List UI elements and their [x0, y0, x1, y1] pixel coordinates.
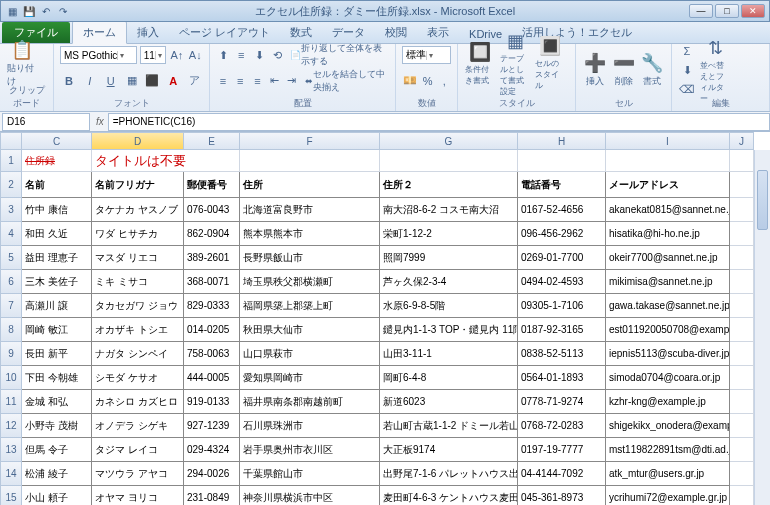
font-color-icon[interactable]: A — [164, 72, 182, 90]
cell[interactable]: 0778-71-9274 — [518, 390, 606, 414]
cell[interactable]: ycrihumi72@example.gr.jp — [606, 486, 730, 505]
cell[interactable]: 04-4144-7092 — [518, 462, 606, 486]
cell[interactable]: 麦田町4-6-3 ケントハウス麦田町5F — [380, 486, 518, 505]
cell[interactable]: 大正板9174 — [380, 438, 518, 462]
cell[interactable]: シモダ ケサオ — [92, 366, 184, 390]
worksheet-grid[interactable]: CDEFGHIJ 1住所録タイトルは不要2名前名前フリガナ郵便番号住所住所２電話… — [0, 132, 770, 505]
cell[interactable] — [730, 462, 754, 486]
cell[interactable]: 029-4324 — [184, 438, 240, 462]
indent-inc-icon[interactable]: ⇥ — [285, 72, 299, 90]
cell[interactable]: 千葉県館山市 — [240, 462, 380, 486]
border-icon[interactable]: ▦ — [123, 72, 141, 90]
cell[interactable]: タケナカ ヤスノブ — [92, 198, 184, 222]
cell[interactable]: 益田 理恵子 — [22, 246, 92, 270]
cell[interactable]: 若山町古蔵1-1-2 ドミール若山町古蔵 215号室 — [380, 414, 518, 438]
row-header[interactable]: 5 — [0, 246, 22, 270]
cell[interactable]: simoda0704@coara.or.jp — [606, 366, 730, 390]
cell[interactable] — [730, 294, 754, 318]
row-header[interactable]: 11 — [0, 390, 22, 414]
row-header[interactable]: 12 — [0, 414, 22, 438]
cell[interactable]: オヤマ ヨリコ — [92, 486, 184, 505]
insert-cells-button[interactable]: ➕挿入 — [582, 53, 608, 87]
cell[interactable]: カネシロ カズヒロ — [92, 390, 184, 414]
row-header[interactable]: 3 — [0, 198, 22, 222]
cell[interactable] — [730, 486, 754, 505]
cell[interactable]: メールアドレス — [606, 172, 730, 198]
font-size-box[interactable]: 11▾ — [140, 46, 166, 64]
cell[interactable] — [730, 318, 754, 342]
cell-styles-button[interactable]: 🔳セルのスタイル — [534, 46, 566, 80]
cell[interactable]: マツウラ アヤコ — [92, 462, 184, 486]
cell[interactable]: 444-0005 — [184, 366, 240, 390]
cell[interactable]: 0564-01-1893 — [518, 366, 606, 390]
format-table-button[interactable]: ▦テーブルとして書式設定 — [499, 46, 531, 80]
cell[interactable] — [730, 342, 754, 366]
cell[interactable] — [380, 150, 518, 172]
cell[interactable]: 名前フリガナ — [92, 172, 184, 198]
vertical-scrollbar[interactable] — [754, 150, 770, 505]
column-header[interactable]: D — [92, 132, 184, 150]
cell[interactable]: 住所 — [240, 172, 380, 198]
cell[interactable]: 住所２ — [380, 172, 518, 198]
bold-icon[interactable]: B — [60, 72, 78, 90]
cell[interactable]: 0494-02-4593 — [518, 270, 606, 294]
cell[interactable]: 住所録 — [22, 150, 92, 172]
underline-icon[interactable]: U — [102, 72, 120, 90]
cell[interactable]: 09305-1-7106 — [518, 294, 606, 318]
cell[interactable] — [730, 150, 754, 172]
column-header[interactable]: C — [22, 132, 92, 150]
cell[interactable]: 0167-52-4656 — [518, 198, 606, 222]
cell[interactable]: 北海道富良野市 — [240, 198, 380, 222]
cell[interactable]: 竹中 康信 — [22, 198, 92, 222]
align-right-icon[interactable]: ≡ — [250, 72, 264, 90]
cell[interactable]: iepnis5113@scuba-diver.jp — [606, 342, 730, 366]
select-all-corner[interactable] — [0, 132, 22, 150]
cell[interactable]: 福岡県築上郡築上町 — [240, 294, 380, 318]
cell[interactable]: mikimisa@sannet.ne.jp — [606, 270, 730, 294]
cell[interactable]: atk_mtur@users.gr.jp — [606, 462, 730, 486]
cell[interactable]: 但馬 令子 — [22, 438, 92, 462]
fx-icon[interactable]: fx — [92, 116, 108, 127]
cell[interactable]: ナガタ シンペイ — [92, 342, 184, 366]
cell[interactable]: 照岡7999 — [380, 246, 518, 270]
cell[interactable]: 埼玉県秩父郡横瀬町 — [240, 270, 380, 294]
paste-button[interactable]: 📋貼り付け — [6, 46, 38, 80]
cell[interactable]: 和田 久近 — [22, 222, 92, 246]
orientation-icon[interactable]: ⟲ — [270, 46, 285, 64]
number-format-box[interactable]: 標準▾ — [402, 46, 451, 64]
align-left-icon[interactable]: ≡ — [216, 72, 230, 90]
cell[interactable]: 231-0849 — [184, 486, 240, 505]
cell[interactable]: 389-2601 — [184, 246, 240, 270]
cell[interactable] — [730, 222, 754, 246]
save-icon[interactable]: 💾 — [22, 4, 36, 18]
format-cells-button[interactable]: 🔧書式 — [639, 53, 665, 87]
cell[interactable]: 水原6-9-8-5階 — [380, 294, 518, 318]
cell[interactable]: ワダ ヒサチカ — [92, 222, 184, 246]
cell[interactable]: 919-0133 — [184, 390, 240, 414]
conditional-format-button[interactable]: 🔲条件付き書式 — [464, 46, 496, 80]
cell[interactable]: gawa.takase@sannet.ne.jp — [606, 294, 730, 318]
autosum-icon[interactable]: Σ — [678, 42, 696, 60]
cell[interactable]: 小野寺 茂樹 — [22, 414, 92, 438]
cell[interactable]: 三木 美佐子 — [22, 270, 92, 294]
cell[interactable] — [730, 366, 754, 390]
cell[interactable]: 山口県萩市 — [240, 342, 380, 366]
formula-input[interactable]: =PHONETIC(C16) — [108, 113, 770, 131]
cell[interactable]: タイトルは不要 — [92, 150, 240, 172]
fill-color-icon[interactable]: ⬛ — [143, 72, 161, 90]
cell[interactable]: 熊本県熊本市 — [240, 222, 380, 246]
cell[interactable]: 下田 今朝雄 — [22, 366, 92, 390]
cell[interactable]: okeir7700@sannet.ne.jp — [606, 246, 730, 270]
cell[interactable]: 出野尾7-1-6 パレットハウス出野尾 1F — [380, 462, 518, 486]
cell[interactable]: akanekat0815@sannet.ne.jp — [606, 198, 730, 222]
cell[interactable]: 岡町6-4-8 — [380, 366, 518, 390]
cell[interactable]: 758-0063 — [184, 342, 240, 366]
cell[interactable] — [730, 390, 754, 414]
cell[interactable]: 高瀬川 譲 — [22, 294, 92, 318]
indent-dec-icon[interactable]: ⇤ — [267, 72, 281, 90]
cell[interactable]: タジマ レイコ — [92, 438, 184, 462]
cell[interactable]: 秋田県大仙市 — [240, 318, 380, 342]
row-header[interactable]: 1 — [0, 150, 22, 172]
cell[interactable]: ミキ ミサコ — [92, 270, 184, 294]
cell[interactable]: 長田 新平 — [22, 342, 92, 366]
